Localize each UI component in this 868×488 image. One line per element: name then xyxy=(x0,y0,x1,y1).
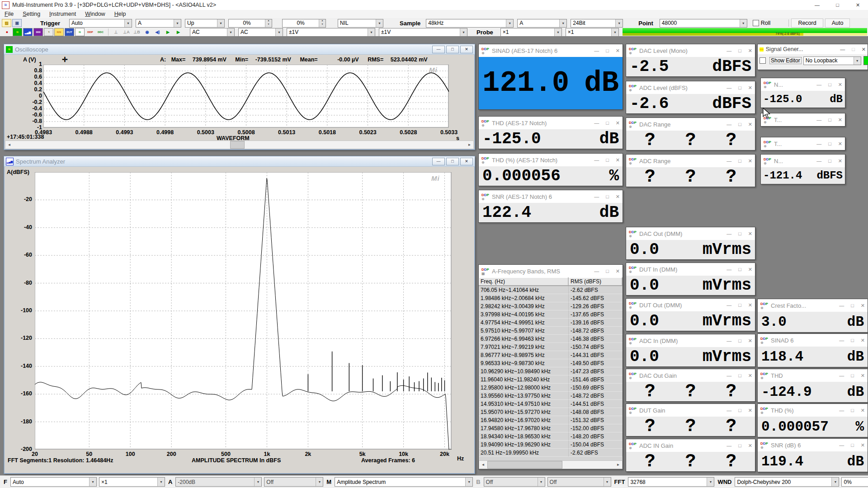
table-scroll-thumb[interactable] xyxy=(487,461,562,469)
meter-title-bar[interactable]: DDP⊕THD (%)—□✕ xyxy=(758,404,868,417)
meter-title-bar[interactable]: DDP⊕DAC Range—□✕ xyxy=(626,118,755,131)
loopback-select[interactable]: No Loopback▼ xyxy=(803,56,861,65)
menu-instrument[interactable]: Instrument xyxy=(45,11,80,17)
meter-title-bar[interactable]: DDP⊕ADC In (DMM)—□✕ xyxy=(626,334,755,347)
close-icon[interactable]: ✕ xyxy=(862,47,866,52)
run-a-icon[interactable]: ▶ xyxy=(163,28,173,36)
statusbar-select-b-extra[interactable]: Off▼ xyxy=(547,477,611,487)
maximize-icon[interactable]: □ xyxy=(851,373,854,379)
meter-title-bar[interactable]: DDP⊕T...—□✕ xyxy=(761,137,845,150)
maximize-icon[interactable]: □ xyxy=(851,442,854,448)
range-b-select[interactable]: ±1V▼ xyxy=(379,28,467,37)
minimize-icon[interactable]: — xyxy=(726,267,731,272)
signal-generator-title-bar[interactable]: ≈≈ Signal Gener... — □ ✕ xyxy=(758,44,868,54)
close-icon[interactable]: ✕ xyxy=(748,85,752,91)
signal-generator-icon[interactable]: ≈ xyxy=(75,28,85,36)
ddp-viewer-icon[interactable]: DDP xyxy=(85,28,95,36)
meter-title-bar[interactable]: DDP⊕ADC Level (dBFS)—□✕ xyxy=(626,81,755,94)
sample-rate-select[interactable]: 48kHz▼ xyxy=(426,19,514,28)
close-icon[interactable]: ✕ xyxy=(748,302,752,308)
meter-title-bar[interactable]: DDP⊕T...—□✕ xyxy=(761,113,845,126)
minimize-icon[interactable]: — xyxy=(726,85,731,91)
minimize-icon[interactable]: — xyxy=(726,122,731,127)
table-row[interactable]: 8.96777 kHz~8.98975 kHz-144.31 dBFS xyxy=(479,351,623,359)
trigger-delay-stepper[interactable]: 0%▲▼ xyxy=(282,19,326,28)
close-icon[interactable]: ✕ xyxy=(748,373,752,379)
restore-icon[interactable]: □ xyxy=(446,46,459,53)
close-icon[interactable]: ✕ xyxy=(848,0,868,10)
coupling-a-select[interactable]: AC▼ xyxy=(190,28,235,37)
statusbar-select-a-off[interactable]: Off▼ xyxy=(264,477,323,487)
column-header-rms[interactable]: RMS (dBFS) xyxy=(569,277,623,286)
trigger-level-stepper[interactable]: 0%▲▼ xyxy=(228,19,272,28)
minimize-icon[interactable]: — xyxy=(726,408,731,413)
table-row[interactable]: 6.97266 kHz~6.99463 kHz-146.38 dBFS xyxy=(479,335,623,343)
meter-title-bar[interactable]: DDP⊕ADC Range—□✕ xyxy=(626,155,755,167)
osc-scrollbar[interactable]: ◄ ► xyxy=(5,141,474,149)
minimize-icon[interactable]: — xyxy=(594,194,599,200)
menu-setting[interactable]: Setting xyxy=(18,11,45,17)
close-icon[interactable]: ✕ xyxy=(748,48,752,54)
close-icon[interactable]: ✕ xyxy=(861,442,865,448)
auto-button[interactable]: Auto xyxy=(825,19,850,28)
meter-title-bar[interactable]: DDP⊕THD (%) (AES-17 Notch)—□✕ xyxy=(479,154,623,166)
minimize-icon[interactable]: — xyxy=(432,158,445,165)
data-logger-icon[interactable]: ≈≈ xyxy=(54,28,64,36)
close-icon[interactable]: ✕ xyxy=(616,120,620,126)
roll-checkbox[interactable]: Roll xyxy=(753,20,771,26)
minimize-icon[interactable]: — xyxy=(816,82,821,88)
close-icon[interactable]: ✕ xyxy=(748,408,752,413)
close-icon[interactable]: ✕ xyxy=(861,338,865,343)
meter-title-bar[interactable]: DDP⊕DUT In (DMM)—□✕ xyxy=(626,263,755,276)
sound-output-icon[interactable]: ◀) xyxy=(153,28,162,36)
minimize-icon[interactable]: — xyxy=(816,117,821,123)
maximize-icon[interactable]: □ xyxy=(738,231,741,237)
close-icon[interactable]: ✕ xyxy=(838,117,842,123)
record-button[interactable]: Record xyxy=(791,19,823,28)
save-icon[interactable]: ▣ xyxy=(12,19,22,27)
maximize-icon[interactable]: □ xyxy=(851,303,854,309)
meter-title-bar[interactable]: DDP⊕Crest Facto...—□✕ xyxy=(758,299,868,312)
maximize-icon[interactable]: □ xyxy=(738,338,741,344)
generator-status-indicator[interactable] xyxy=(863,56,868,65)
meter-title-bar[interactable]: DDP⊕DAC Out Gain—□✕ xyxy=(626,369,755,382)
hold-icon[interactable]: ⊥ xyxy=(111,28,121,36)
spectrum-analyzer-icon[interactable]: ▂▄▆ xyxy=(23,28,33,36)
oscilloscope-title-bar[interactable]: ≈ Oscilloscope — □ ✕ xyxy=(4,44,475,55)
minimize-icon[interactable]: — xyxy=(726,338,731,344)
scroll-right-icon[interactable]: ► xyxy=(466,141,473,149)
range-a-select[interactable]: ±1V▼ xyxy=(287,28,375,37)
osc-scroll-track[interactable] xyxy=(13,141,466,149)
meter-title-bar[interactable]: DDP⊕DAC Out (DMM)—□✕ xyxy=(626,227,755,240)
maximize-icon[interactable]: □ xyxy=(738,267,741,272)
close-icon[interactable]: ✕ xyxy=(838,141,842,147)
minimize-icon[interactable]: — xyxy=(839,303,844,309)
meter-title-bar[interactable]: DDP⊕THD—□✕ xyxy=(758,369,868,382)
statusbar-select-m-mode[interactable]: Amplitude Spectrum▼ xyxy=(335,477,473,487)
statusbar-select-wnd-type[interactable]: Dolph-Chebyshev 200▼ xyxy=(735,477,839,487)
column-header-freq[interactable]: Freq. (Hz) xyxy=(479,277,569,286)
maximize-icon[interactable]: □ xyxy=(738,85,741,91)
maximize-icon[interactable]: □ xyxy=(852,47,855,52)
table-row[interactable]: 9.96533 kHz~9.98730 kHz-149.50 dBFS xyxy=(479,359,623,367)
multimeter-icon[interactable]: 000 xyxy=(33,28,43,36)
table-row[interactable]: 16.94820 kHz~16.97020 kHz-151.32 dBFS xyxy=(479,416,623,424)
maximize-icon[interactable]: □ xyxy=(738,122,741,127)
table-row[interactable]: 1.98486 kHz~2.00684 kHz-145.62 dBFS xyxy=(479,294,623,302)
table-row[interactable]: 15.95070 kHz~15.97270 kHz-148.08 dBFS xyxy=(479,408,623,416)
table-row[interactable]: 2.98242 kHz~3.00439 kHz-129.26 dBFS xyxy=(479,302,623,310)
meter-title-bar[interactable]: DDP⊕SINAD (AES-17 Notch) 6—□✕ xyxy=(479,44,623,57)
trigger-mode-select[interactable]: Auto▼ xyxy=(69,19,132,28)
statusbar-select-freq-mult[interactable]: ×1▼ xyxy=(99,477,165,487)
close-icon[interactable]: ✕ xyxy=(616,157,620,163)
close-icon[interactable]: ✕ xyxy=(838,82,842,88)
minimize-icon[interactable]: — xyxy=(816,141,821,147)
table-row[interactable]: 12.95800 kHz~12.98000 kHz-150.69 dBFS xyxy=(479,384,623,392)
maximize-icon[interactable]: □ xyxy=(606,194,609,200)
statusbar-select-b-mode[interactable]: Off▼ xyxy=(484,477,545,487)
close-icon[interactable]: ✕ xyxy=(616,48,620,54)
marker-b-icon[interactable]: ⊥B xyxy=(132,28,142,36)
meter-title-bar[interactable]: DDP⊕DUT Gain—□✕ xyxy=(626,404,755,417)
sample-channel-select[interactable]: A▼ xyxy=(517,19,567,28)
minimize-icon[interactable]: — xyxy=(839,408,844,413)
